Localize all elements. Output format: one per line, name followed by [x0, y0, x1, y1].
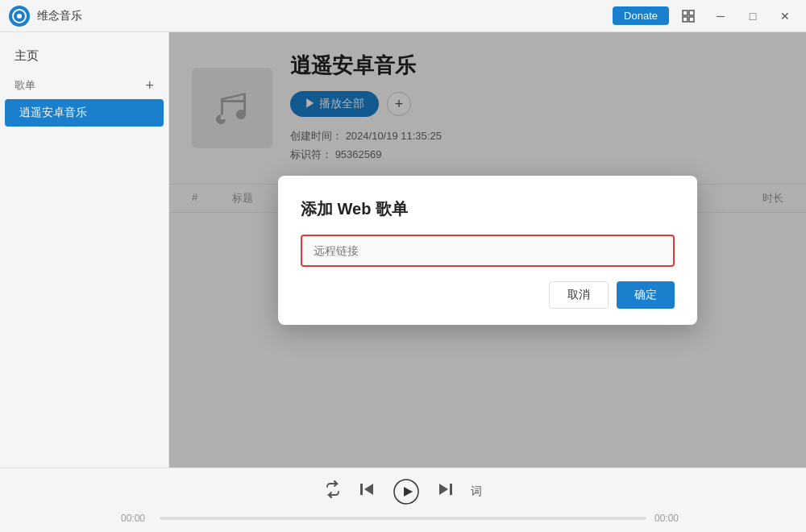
close-button[interactable]: ✕ [772, 5, 798, 27]
play-icon [393, 479, 419, 505]
play-button[interactable] [392, 477, 421, 506]
progress-bar[interactable] [160, 517, 646, 520]
svg-rect-4 [689, 10, 694, 15]
tiling-icon [682, 10, 695, 23]
dialog-title: 添加 Web 歌单 [301, 198, 675, 220]
prev-button[interactable] [358, 480, 376, 502]
add-playlist-button[interactable]: + [145, 78, 154, 93]
svg-rect-12 [450, 484, 452, 495]
remote-url-input[interactable] [301, 235, 675, 267]
content-area: 逍遥安卓音乐 ▶ 播放全部 + 创建时间： 2024/10/19 11:35:2… [169, 32, 806, 468]
repeat-button[interactable] [324, 480, 342, 502]
svg-marker-13 [439, 484, 448, 495]
lyrics-button[interactable]: 词 [471, 484, 482, 499]
dialog-buttons: 取消 确定 [301, 281, 675, 309]
progress-bar-container: 00:00 00:00 [121, 513, 685, 524]
titlebar: 维念音乐 Donate ─ □ ✕ [0, 0, 806, 32]
cancel-button[interactable]: 取消 [549, 281, 609, 309]
add-web-playlist-dialog: 添加 Web 歌单 取消 确定 [278, 176, 697, 325]
total-time: 00:00 [654, 513, 685, 524]
prev-icon [358, 480, 376, 498]
app-title: 维念音乐 [37, 9, 613, 23]
main-layout: 主页 歌单 + 逍遥安卓音乐 逍遥安卓音乐 ▶ 播放全部 [0, 32, 806, 468]
svg-point-2 [17, 14, 22, 19]
sidebar: 主页 歌单 + 逍遥安卓音乐 [0, 32, 169, 468]
player-controls: 词 [324, 477, 482, 506]
svg-rect-5 [683, 17, 688, 22]
svg-rect-8 [360, 484, 363, 495]
svg-rect-3 [683, 10, 688, 15]
confirm-button[interactable]: 确定 [617, 281, 675, 309]
app-logo [8, 5, 31, 27]
sidebar-playlist-label: 歌单 [15, 78, 35, 93]
donate-button[interactable]: Donate [613, 6, 669, 25]
overlay: 添加 Web 歌单 取消 确定 [169, 32, 806, 468]
window-controls: Donate ─ □ ✕ [613, 5, 798, 27]
svg-rect-6 [689, 17, 694, 22]
svg-marker-9 [364, 484, 373, 495]
sidebar-item-home[interactable]: 主页 [0, 42, 168, 70]
maximize-button[interactable]: □ [740, 5, 766, 27]
svg-marker-11 [404, 487, 413, 497]
sidebar-item-yaoyao[interactable]: 逍遥安卓音乐 [5, 99, 164, 127]
sidebar-playlist-section: 歌单 + [0, 70, 168, 98]
sidebar-item-label: 逍遥安卓音乐 [19, 106, 87, 118]
minimize-button[interactable]: ─ [708, 5, 733, 27]
next-icon [437, 480, 455, 498]
tiling-button[interactable] [675, 5, 701, 27]
player-bar: 词 00:00 00:00 [0, 468, 806, 532]
next-button[interactable] [437, 480, 455, 502]
repeat-icon [324, 480, 342, 498]
current-time: 00:00 [121, 513, 152, 524]
